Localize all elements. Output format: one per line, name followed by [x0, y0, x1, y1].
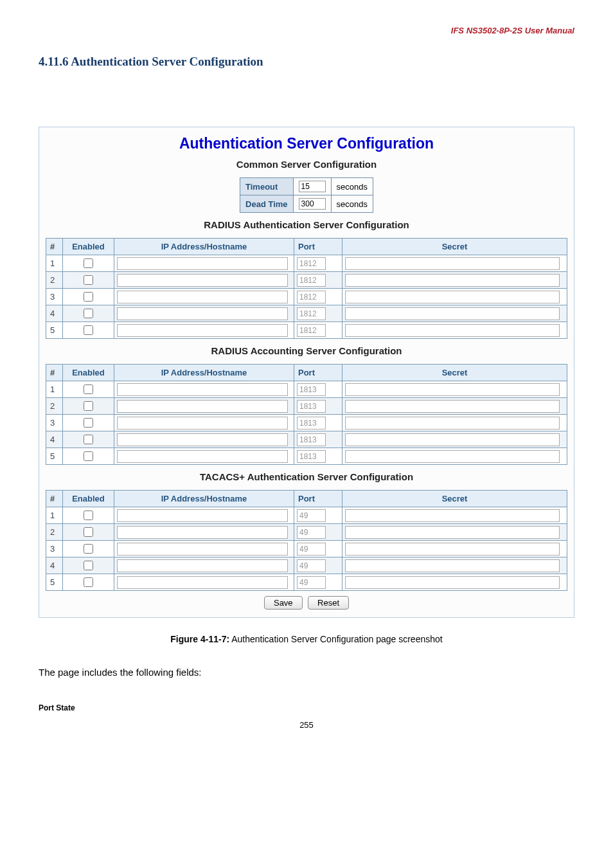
port-state-label: Port State [39, 703, 574, 712]
common-heading: Common Server Configuration [46, 159, 567, 170]
port-input[interactable] [297, 526, 326, 539]
secret-input[interactable] [345, 450, 560, 463]
port-input[interactable] [297, 450, 326, 463]
port-input[interactable] [297, 400, 326, 413]
secret-input[interactable] [345, 257, 560, 270]
hostname-input[interactable] [117, 450, 288, 463]
enabled-checkbox[interactable] [84, 577, 93, 587]
hostname-input[interactable] [117, 559, 288, 572]
enabled-checkbox[interactable] [84, 401, 93, 411]
row-number: 4 [46, 557, 63, 574]
row-number: 2 [46, 398, 63, 415]
secret-input[interactable] [345, 509, 560, 522]
hostname-input[interactable] [117, 383, 288, 396]
enabled-checkbox[interactable] [84, 511, 93, 520]
table-row: 5 [46, 574, 567, 591]
secret-input[interactable] [345, 417, 560, 429]
enabled-checkbox[interactable] [84, 275, 93, 285]
deadtime-input[interactable] [299, 198, 326, 210]
secret-input[interactable] [345, 324, 560, 337]
hostname-input[interactable] [117, 400, 288, 413]
port-input[interactable] [297, 274, 326, 287]
enabled-checkbox[interactable] [84, 418, 93, 428]
figure-label: Figure 4-11-7: [170, 634, 229, 644]
table-row: 1 [46, 507, 567, 524]
row-number: 4 [46, 431, 63, 448]
save-button[interactable]: Save [264, 596, 303, 610]
port-input[interactable] [297, 433, 326, 446]
secret-input[interactable] [345, 559, 560, 572]
hostname-input[interactable] [117, 274, 288, 287]
port-input[interactable] [297, 257, 326, 270]
secret-input[interactable] [345, 576, 560, 589]
timeout-unit: seconds [331, 178, 373, 195]
page-number: 255 [39, 720, 574, 730]
server-table-heading: TACACS+ Authentication Server Configurat… [46, 471, 567, 482]
row-number: 3 [46, 289, 63, 305]
table-row: 4 [46, 431, 567, 448]
enabled-checkbox[interactable] [84, 451, 93, 461]
col-header-host: IP Address/Hostname [114, 365, 294, 381]
secret-input[interactable] [345, 543, 560, 556]
secret-input[interactable] [345, 433, 560, 446]
enabled-checkbox[interactable] [84, 527, 93, 537]
hostname-input[interactable] [117, 433, 288, 446]
secret-input[interactable] [345, 526, 560, 539]
secret-input[interactable] [345, 383, 560, 396]
enabled-checkbox[interactable] [84, 544, 93, 554]
enabled-checkbox[interactable] [84, 292, 93, 302]
deadtime-unit: seconds [331, 195, 373, 213]
port-input[interactable] [297, 559, 326, 572]
col-header-num: # [46, 239, 63, 255]
col-header-enabled: Enabled [63, 239, 114, 255]
hostname-input[interactable] [117, 324, 288, 337]
port-input[interactable] [297, 324, 326, 337]
hostname-input[interactable] [117, 526, 288, 539]
hostname-input[interactable] [117, 576, 288, 589]
server-table: #EnabledIP Address/HostnamePortSecret123… [46, 364, 567, 465]
timeout-input[interactable] [299, 181, 326, 192]
port-input[interactable] [297, 383, 326, 396]
port-input[interactable] [297, 509, 326, 522]
hostname-input[interactable] [117, 509, 288, 522]
hostname-input[interactable] [117, 417, 288, 429]
table-row: 5 [46, 322, 567, 339]
secret-input[interactable] [345, 274, 560, 287]
enabled-checkbox[interactable] [84, 258, 93, 268]
server-table: #EnabledIP Address/HostnamePortSecret123… [46, 490, 567, 591]
secret-input[interactable] [345, 307, 560, 320]
col-header-port: Port [294, 365, 342, 381]
hostname-input[interactable] [117, 307, 288, 320]
table-row: 2 [46, 272, 567, 289]
hostname-input[interactable] [117, 257, 288, 270]
col-header-secret: Secret [342, 365, 567, 381]
server-table-heading: RADIUS Accounting Server Configuration [46, 345, 567, 356]
hostname-input[interactable] [117, 291, 288, 303]
row-number: 2 [46, 524, 63, 541]
port-input[interactable] [297, 291, 326, 303]
col-header-host: IP Address/Hostname [114, 239, 294, 255]
secret-input[interactable] [345, 291, 560, 303]
enabled-checkbox[interactable] [84, 309, 93, 318]
table-row: 1 [46, 255, 567, 272]
enabled-checkbox[interactable] [84, 384, 93, 394]
server-table: #EnabledIP Address/HostnamePortSecret123… [46, 238, 567, 339]
port-input[interactable] [297, 307, 326, 320]
figure-text: Authentication Server Configuration page… [229, 634, 443, 644]
figure-caption: Figure 4-11-7: Authentication Server Con… [39, 634, 574, 644]
enabled-checkbox[interactable] [84, 325, 93, 335]
secret-input[interactable] [345, 400, 560, 413]
port-input[interactable] [297, 543, 326, 556]
button-row: Save Reset [46, 596, 567, 610]
enabled-checkbox[interactable] [84, 561, 93, 570]
enabled-checkbox[interactable] [84, 435, 93, 444]
table-row: 3 [46, 415, 567, 431]
port-input[interactable] [297, 417, 326, 429]
hostname-input[interactable] [117, 543, 288, 556]
port-input[interactable] [297, 576, 326, 589]
row-number: 5 [46, 322, 63, 339]
col-header-port: Port [294, 491, 342, 507]
table-row: 2 [46, 524, 567, 541]
row-number: 3 [46, 415, 63, 431]
reset-button[interactable]: Reset [308, 596, 349, 610]
